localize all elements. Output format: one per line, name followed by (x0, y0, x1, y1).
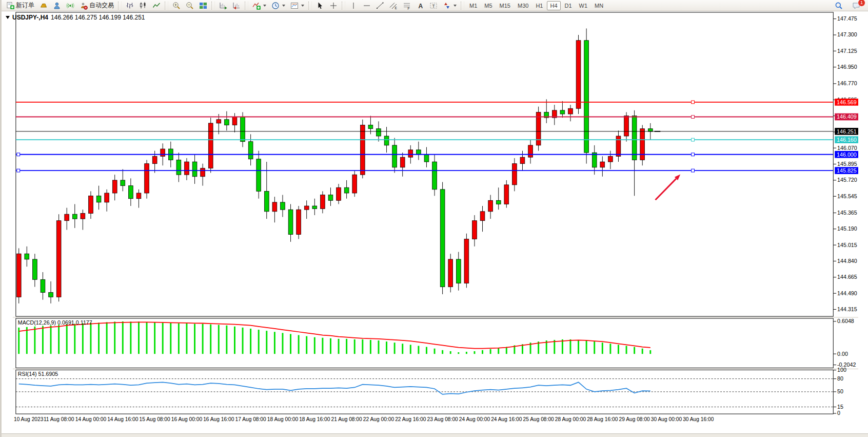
zoom-in-button[interactable] (170, 1, 183, 10)
chevron-down-icon[interactable] (263, 5, 266, 7)
candle-up (528, 145, 533, 157)
chart-area: 147.475147.300147.125146.950146.770146.5… (2, 11, 868, 434)
text-button[interactable]: A (414, 1, 426, 10)
chart-header: USDJPY-,H4 146.266 146.275 146.199 146.2… (6, 14, 145, 21)
trendline-button[interactable] (374, 1, 386, 10)
timeframe-h1[interactable]: H1 (532, 1, 546, 10)
price-tick-label: 147.300 (837, 31, 857, 37)
price-tag-label: 146.251 (837, 128, 857, 135)
candle-up (145, 164, 149, 193)
line-chart-button[interactable] (150, 1, 163, 10)
candle-down (632, 116, 637, 160)
price-tag-label: 146.000 (837, 151, 857, 158)
horizontal-line-button[interactable] (361, 1, 373, 10)
search-button[interactable] (833, 1, 845, 10)
timeframe-mn[interactable]: MN (591, 1, 606, 10)
channel-button[interactable]: E (387, 1, 400, 10)
candle-down (248, 142, 253, 159)
hline-handle[interactable] (17, 169, 20, 172)
algo-trading-button[interactable]: 自动交易 (77, 1, 116, 10)
price-tick-label: 145.895 (837, 161, 857, 167)
chevron-down-icon[interactable] (301, 5, 304, 7)
status-bar (2, 433, 868, 437)
candle-down (257, 159, 261, 192)
vertical-line-button[interactable] (347, 1, 360, 10)
timeframe-w1[interactable]: W1 (576, 1, 591, 10)
signals-button[interactable] (51, 1, 63, 10)
timeframe-h4[interactable]: H4 (547, 1, 560, 10)
candle-up (360, 125, 365, 175)
time-label: 24 Aug 16:00 (491, 416, 522, 422)
candle-down (456, 259, 461, 283)
chart-menu-icon[interactable] (6, 16, 10, 19)
text-icon: A (416, 2, 424, 10)
toolbar-separator (245, 2, 248, 10)
new-order-button[interactable]: 新订单 (4, 1, 36, 10)
macd-tick-label: 0.00 (837, 351, 848, 357)
fibonacci-button[interactable]: F (401, 1, 413, 10)
news-button[interactable] (64, 1, 76, 10)
candle-down (25, 254, 29, 259)
timeframe-m1[interactable]: M1 (466, 1, 480, 10)
tile-windows-button[interactable] (197, 1, 209, 10)
cursor-button[interactable] (314, 1, 326, 10)
chart-shift-button[interactable] (230, 1, 243, 10)
hline-handle[interactable] (692, 116, 695, 119)
price-tag-label: 146.409 (837, 113, 857, 120)
hline-handle[interactable] (692, 153, 695, 156)
time-label: 14 Aug 16:00 (107, 416, 139, 422)
text-label-button[interactable]: T (427, 1, 440, 10)
candle-up (600, 162, 605, 167)
algo-trading-button-label: 自动交易 (89, 1, 114, 10)
cursor-icon (316, 2, 324, 10)
timeframe-m5[interactable]: M5 (481, 1, 495, 10)
candle-up (480, 212, 485, 221)
candle-down (328, 195, 333, 201)
market-button[interactable] (37, 1, 50, 10)
bar-chart-button[interactable] (124, 1, 136, 10)
hline-handle[interactable] (17, 153, 20, 156)
chart-canvas[interactable]: 147.475147.300147.125146.950146.770146.5… (2, 11, 868, 434)
candle-down (192, 162, 197, 177)
hline-handle[interactable] (692, 138, 695, 141)
templates-button[interactable] (288, 1, 306, 10)
time-label: 29 Aug 08:00 (619, 416, 650, 422)
time-label: 24 Aug 00:00 (459, 416, 490, 422)
candle-up (304, 206, 309, 210)
crosshair-button[interactable] (327, 1, 340, 10)
zoom-out-button[interactable] (184, 1, 196, 10)
candle-down (584, 41, 589, 153)
mt4-window: 新订单自动交易EFATM1M5M15M30H1H4D1W1MN1 147.475… (0, 0, 868, 437)
candle-up (640, 129, 645, 160)
price-tick-label: 145.190 (837, 225, 857, 232)
candle-down (384, 136, 389, 145)
candle-up (152, 156, 157, 163)
time-label: 10 Aug 2023 (14, 416, 44, 422)
hline-handle[interactable] (692, 169, 695, 172)
rsi-tick-label: 100 (837, 367, 846, 373)
panel-splitter[interactable] (13, 368, 858, 369)
panel-splitter[interactable] (13, 317, 858, 318)
timeframe-m15[interactable]: M15 (497, 1, 514, 10)
notifications-button[interactable]: 1 (850, 1, 862, 10)
timeframe-d1[interactable]: D1 (562, 1, 575, 10)
toolbar: 新订单自动交易EFATM1M5M15M30H1H4D1W1MN1 (2, 0, 868, 11)
candle-up (208, 123, 213, 168)
candle-chart-button[interactable] (137, 1, 149, 10)
indicators-button[interactable] (250, 1, 268, 10)
time-label: 11 Aug 08:00 (44, 416, 74, 422)
hline-handle[interactable] (692, 101, 695, 104)
candle-up (16, 254, 21, 297)
new-order-icon (6, 2, 14, 10)
chevron-down-icon[interactable] (282, 5, 285, 7)
search-icon (835, 2, 843, 10)
periods-button[interactable] (269, 1, 287, 10)
candle-down (377, 129, 381, 136)
time-label: 18 Aug 16:00 (299, 416, 330, 422)
timeframe-m30[interactable]: M30 (515, 1, 531, 10)
chevron-down-icon[interactable] (453, 5, 457, 7)
arrows-button[interactable] (441, 1, 459, 10)
horizontal-line-icon (363, 2, 371, 10)
trendline-icon (376, 2, 384, 10)
auto-scroll-button[interactable] (217, 1, 229, 10)
